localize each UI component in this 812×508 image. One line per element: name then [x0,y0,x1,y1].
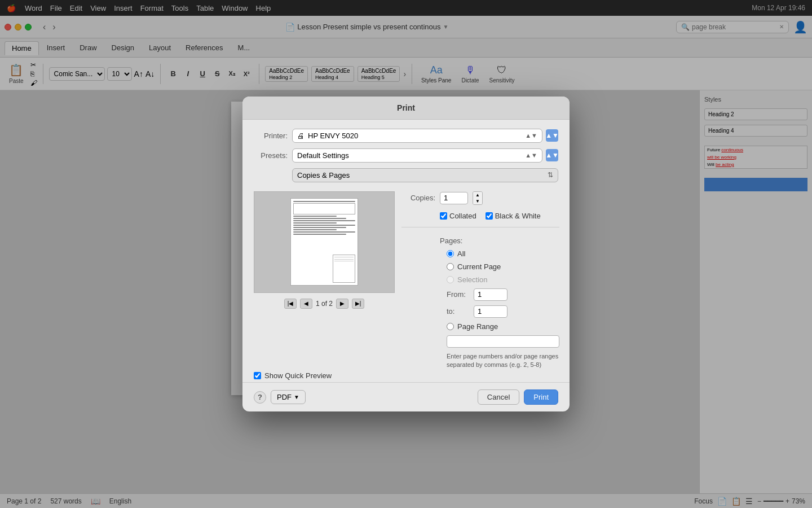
pages-selection-radio[interactable] [447,276,454,283]
to-input[interactable] [474,305,508,318]
pages-current-radio[interactable] [447,263,454,270]
section-control: Copies & Pages ⇅ [292,168,558,182]
from-input[interactable] [474,288,508,301]
copies-up-button[interactable]: ▲ [473,192,482,198]
copies-stepper[interactable]: ▲ ▼ [473,191,483,205]
pages-all-label: All [457,249,465,258]
printer-icon: 🖨 [297,132,304,140]
preview-column: |◀ ◀ 1 of 2 ▶ ▶| [254,191,395,370]
preview-line-5 [293,222,337,224]
pages-selection-radio-item: Selection [401,275,559,284]
preview-line-10 [293,234,346,235]
page-range-radio-item: Page Range [401,322,559,331]
preview-line-2 [293,216,337,217]
pages-section-label: Pages: [401,237,559,245]
presets-select[interactable]: Default Settings ▲▼ [292,148,542,163]
inset-line-1 [334,257,354,257]
pages-current-radio-item: Current Page [401,262,559,271]
printer-row: Printer: 🖨 HP ENVY 5020 ▲▼ ▲▼ [254,129,558,143]
pages-all-radio-item: All [401,249,559,258]
print-button[interactable]: Print [524,389,558,405]
show-preview-label: Show Quick Preview [264,371,332,380]
copies-value: 1 [444,194,448,202]
to-row: to: [401,305,559,318]
page-range-input-row [401,335,559,348]
preview-line-7 [293,227,346,228]
inset-line-2 [334,259,354,260]
dialog-body: Printer: 🖨 HP ENVY 5020 ▲▼ ▲▼ Presets: D… [242,120,570,191]
show-preview-checkbox[interactable] [254,372,261,379]
to-label: to: [447,307,469,316]
presets-control: Default Settings ▲▼ ▲▼ [292,148,558,163]
preview-options-area: |◀ ◀ 1 of 2 ▶ ▶| Copies: 1 ▲ ▼ [242,191,570,370]
copies-down-button[interactable]: ▼ [473,198,482,204]
bw-checkbox[interactable] [486,212,493,220]
presets-dropdown-arrow: ▲▼ [525,152,537,159]
page-range-radio[interactable] [447,323,454,330]
footer-right: Cancel Print [478,389,558,405]
next-page-button[interactable]: ▶ [336,299,348,309]
section-row: Copies & Pages ⇅ [254,168,558,182]
pages-selection-label: Selection [457,275,487,284]
preview-line-1 [293,201,355,202]
presets-expand-button[interactable]: ▲▼ [546,149,558,161]
presets-label: Presets: [254,151,288,160]
preview-controls: |◀ ◀ 1 of 2 ▶ ▶| [284,299,364,309]
pdf-label: PDF [277,393,292,401]
cancel-button[interactable]: Cancel [478,389,519,405]
section-value: Copies & Pages [297,171,350,179]
collated-label: Collated [449,212,476,220]
print-options: Copies: 1 ▲ ▼ Collated [401,191,559,370]
preview-line-6 [293,225,355,226]
section-arrows-icon: ⇅ [548,171,553,179]
from-label: From: [447,290,469,299]
dialog-footer: ? PDF ▼ Cancel Print [242,382,570,411]
inset-line-3 [334,261,354,261]
pdf-dropdown-arrow-icon: ▼ [294,394,299,400]
page-range-input[interactable] [447,335,559,348]
copies-input[interactable]: 1 [440,192,468,204]
dialog-overlay: Print Printer: 🖨 HP ENVY 5020 ▲▼ ▲▼ Pres… [0,0,812,508]
preview-thumbnail [290,198,358,286]
dialog-title: Print [242,97,570,120]
preview-mini-table [293,203,355,214]
printer-label: Printer: [254,132,288,140]
printer-expand-button[interactable]: ▲▼ [546,129,558,142]
preview-line-3 [293,218,346,219]
show-preview-row: Show Quick Preview [242,369,570,382]
last-page-button[interactable]: ▶| [352,299,364,309]
section-divider [401,227,559,227]
bw-label: Black & White [495,212,541,220]
printer-control: 🖨 HP ENVY 5020 ▲▼ ▲▼ [292,129,558,143]
pages-current-label: Current Page [457,262,501,271]
page-range-hint: Enter page numbers and/or page ranges se… [401,352,559,370]
presets-value: Default Settings [297,151,349,160]
preview-line-8 [293,229,337,230]
checkboxes-row: Collated Black & White [401,212,559,220]
copies-row: Copies: 1 ▲ ▼ [401,191,559,205]
preview-page-info: 1 of 2 [316,300,333,308]
help-button[interactable]: ? [254,391,266,404]
preview-inset-page [333,255,355,283]
pdf-button[interactable]: PDF ▼ [271,390,306,404]
print-preview-box [254,191,395,293]
preview-line-4 [293,220,355,221]
section-select[interactable]: Copies & Pages ⇅ [292,168,558,182]
page-range-label: Page Range [457,322,498,331]
from-row: From: [401,288,559,301]
printer-dropdown-arrow: ▲▼ [525,132,537,139]
printer-select[interactable]: 🖨 HP ENVY 5020 ▲▼ [292,129,542,143]
printer-name: HP ENVY 5020 [308,132,358,140]
print-dialog: Print Printer: 🖨 HP ENVY 5020 ▲▼ ▲▼ Pres… [242,97,570,412]
collated-checkbox[interactable] [440,212,447,220]
bw-checkbox-item: Black & White [486,212,541,220]
collated-checkbox-item: Collated [440,212,476,220]
pages-all-radio[interactable] [447,250,454,257]
prev-page-button[interactable]: ◀ [300,299,312,309]
presets-row: Presets: Default Settings ▲▼ ▲▼ [254,148,558,163]
first-page-button[interactable]: |◀ [284,299,297,309]
preview-line-9 [293,231,355,233]
copies-label: Copies: [401,194,435,202]
